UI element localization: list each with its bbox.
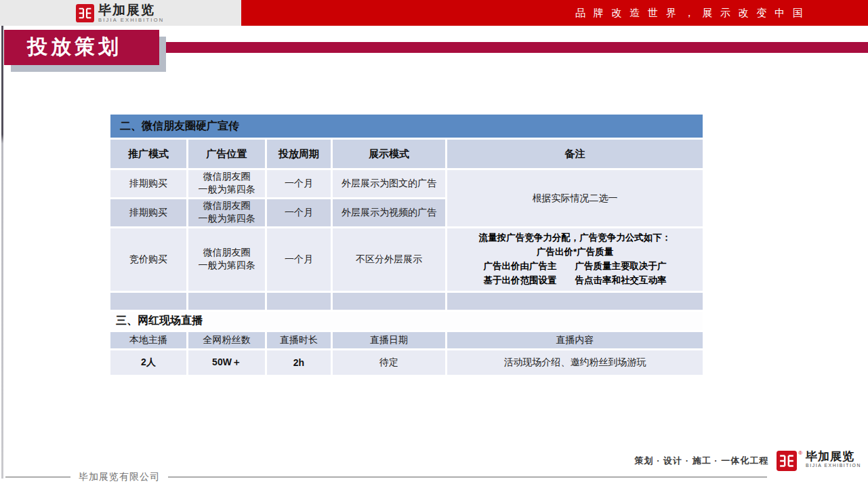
row1-position: 微信朋友圈 一般为第四条 (188, 170, 265, 197)
left-edge-rule (1, 26, 3, 479)
row1-mode: 排期购买 (110, 170, 186, 197)
col-header-duration: 直播时长 (267, 332, 331, 348)
row2-display: 外层展示为视频的广告 (333, 199, 445, 226)
footer-brand-area: 策划 · 设计 · 施工 · 一体化工程 ® 毕加展览 BIJIA EXHIBI… (635, 451, 861, 471)
stream-duration: 2h (267, 350, 331, 375)
empty-cell (110, 293, 186, 310)
bijia-logo-icon (76, 4, 94, 22)
slogan-text: 品 牌 改 造 世 界 ， 展 示 改 变 中 国 (575, 7, 806, 18)
brand-text: 毕加展览 BIJIA EXHIBITION (98, 3, 164, 23)
table1-row-3: 竞价购买 微信朋友圈 一般为第四条 一个月 不区分外层展示 流量按广告竞争力分配… (110, 228, 703, 291)
col-header-note: 备注 (447, 140, 703, 168)
brand-name: 毕加展览 (98, 3, 164, 16)
brand-subtitle: BIJIA EXHIBITION (98, 18, 164, 23)
row2-position: 微信朋友圈 一般为第四条 (188, 199, 265, 226)
table1-empty-row (110, 293, 703, 310)
col-header-date: 直播日期 (333, 332, 445, 348)
top-header-bar: 毕加展览 BIJIA EXHIBITION (0, 0, 241, 26)
bijia-logo-icon (777, 451, 797, 471)
content-table: 二、微信朋友圈硬广宣传 推广模式 广告位置 投放周期 展示模式 备注 排期购买 … (108, 113, 705, 377)
footer-rule: 毕加展览有限公司 (5, 471, 767, 483)
col-header-period: 投放周期 (267, 140, 331, 168)
fans-count: 50W＋ (188, 350, 265, 375)
col-header-mode: 推广模式 (110, 140, 186, 168)
col-header-fans: 全网粉丝数 (188, 332, 265, 348)
col-header-display: 展示模式 (333, 140, 445, 168)
empty-cell (333, 293, 445, 310)
row3-display: 不区分外层展示 (333, 228, 445, 291)
table1-row-1: 排期购买 微信朋友圈 一般为第四条 一个月 外层展示为图文的广告 根据实际情况二… (110, 170, 703, 197)
footer-logo: ® 毕加展览 BIJIA EXHIBITION (777, 451, 861, 471)
footer-brand-subtitle: BIJIA EXHIBITION (806, 464, 861, 468)
section2-title: 三、网红现场直播 (110, 312, 703, 330)
bid-note-line-4: 基于出价范围设置 告点击率和社交互动率 (453, 274, 697, 288)
stream-date: 待定 (333, 350, 445, 375)
footer-brand-text: 毕加展览 BIJIA EXHIBITION (806, 451, 861, 468)
col-header-anchor: 本地主播 (110, 332, 186, 348)
table2-column-header-row: 本地主播 全网粉丝数 直播时长 直播日期 直播内容 (110, 332, 703, 348)
page-title: 投放策划 (4, 30, 159, 65)
rows12-merged-note: 根据实际情况二选一 (447, 170, 703, 226)
page-title-text: 投放策划 (27, 35, 122, 58)
bid-note-line-3: 广告出价由广告主 广告质量主要取决于广 (453, 260, 697, 274)
row3-position: 微信朋友圈 一般为第四条 (188, 228, 265, 291)
slogan-banner: 品 牌 改 造 世 界 ， 展 示 改 变 中 国 (241, 0, 868, 26)
footer-rule-left (5, 476, 70, 478)
footer-tagline: 策划 · 设计 · 施工 · 一体化工程 (635, 455, 769, 467)
col-header-position: 广告位置 (188, 140, 265, 168)
bid-note-line-2: 广告出价*广告质量 (453, 245, 697, 260)
footer-brand-name: 毕加展览 (806, 451, 861, 462)
row2-period: 一个月 (267, 199, 331, 226)
title-horizontal-bar (154, 42, 868, 53)
section1-header-row: 二、微信朋友圈硬广宣传 (110, 115, 703, 138)
footer-company: 毕加展览有限公司 (79, 471, 160, 483)
section2-header-row: 三、网红现场直播 (110, 312, 703, 330)
row3-mode: 竞价购买 (110, 228, 186, 291)
footer-rule-right (168, 476, 767, 478)
empty-cell (267, 293, 331, 310)
bid-note-line-1: 流量按广告竞争力分配，广告竞争力公式如下： (453, 231, 697, 245)
empty-cell (447, 293, 703, 310)
anchor-count: 2人 (110, 350, 186, 375)
stream-content: 活动现场介绍、邀约粉丝到场游玩 (447, 350, 703, 375)
table1-column-header-row: 推广模式 广告位置 投放周期 展示模式 备注 (110, 140, 703, 168)
row2-mode: 排期购买 (110, 199, 186, 226)
table2-data-row: 2人 50W＋ 2h 待定 活动现场介绍、邀约粉丝到场游玩 (110, 350, 703, 375)
row1-period: 一个月 (267, 170, 331, 197)
row1-display: 外层展示为图文的广告 (333, 170, 445, 197)
row3-bid-note: 流量按广告竞争力分配，广告竞争力公式如下： 广告出价*广告质量 广告出价由广告主… (447, 228, 703, 291)
empty-cell (188, 293, 265, 310)
brand-logo: 毕加展览 BIJIA EXHIBITION (76, 3, 164, 23)
col-header-content: 直播内容 (447, 332, 703, 348)
row3-period: 一个月 (267, 228, 331, 291)
section1-title: 二、微信朋友圈硬广宣传 (110, 115, 703, 138)
registered-trademark-mark: ® (798, 451, 802, 456)
